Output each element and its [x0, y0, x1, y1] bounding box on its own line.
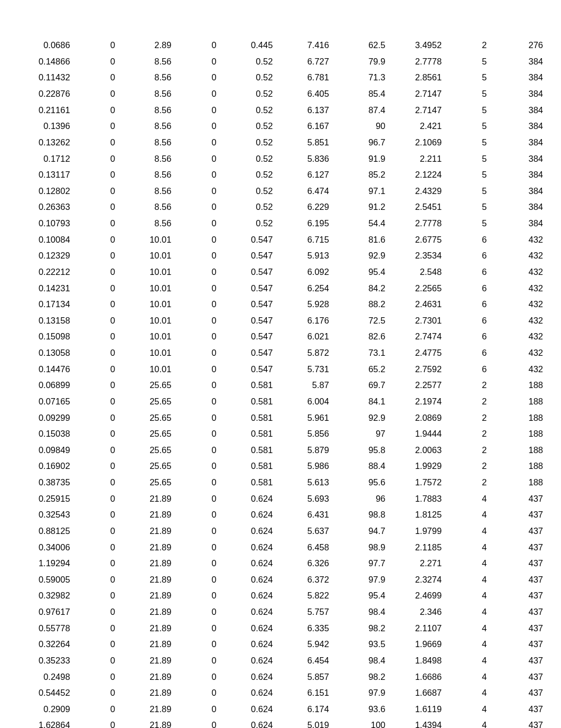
table-cell: 0.624	[219, 523, 275, 539]
table-cell: 2.7778	[388, 215, 444, 232]
table-cell: 21.89	[117, 604, 174, 620]
table-cell: 0.547	[219, 264, 275, 280]
table-cell: 79.9	[331, 53, 388, 70]
table-cell: 0	[72, 86, 117, 102]
table-row: 0.32982021.8900.6245.82295.42.46994437	[16, 587, 545, 604]
table-cell: 437	[489, 491, 545, 507]
table-cell: 0.97617	[16, 604, 72, 620]
table-cell: 2.3274	[388, 572, 444, 588]
table-cell: 6	[444, 232, 489, 248]
table-cell: 0	[173, 377, 218, 393]
table-row: 0.1143208.5600.526.78171.32.85615384	[16, 69, 545, 86]
table-cell: 2	[444, 426, 489, 442]
table-cell: 87.4	[331, 102, 388, 118]
table-row: 0.1079308.5600.526.19554.42.77785384	[16, 215, 545, 232]
table-cell: 0.32982	[16, 587, 72, 604]
table-cell: 0	[72, 183, 117, 199]
table-cell: 0	[173, 701, 218, 717]
table-cell: 98.2	[331, 620, 388, 637]
table-cell: 432	[489, 280, 545, 296]
table-cell: 0.15038	[16, 426, 72, 442]
table-cell: 10.01	[117, 264, 174, 280]
table-row: 0.16902025.6500.5815.98688.41.99292188	[16, 458, 545, 474]
table-cell: 0	[72, 620, 117, 637]
table-cell: 0	[173, 134, 218, 151]
table-cell: 0.581	[219, 442, 275, 458]
table-cell: 95.6	[331, 474, 388, 491]
table-cell: 0.22876	[16, 86, 72, 102]
table-cell: 188	[489, 426, 545, 442]
table-cell: 6.127	[275, 167, 331, 183]
table-cell: 5	[444, 134, 489, 151]
table-cell: 10.01	[117, 232, 174, 248]
table-cell: 6	[444, 312, 489, 329]
table-row: 0.88125021.8900.6245.63794.71.97994437	[16, 523, 545, 539]
table-cell: 0.10793	[16, 215, 72, 232]
table-cell: 96.7	[331, 134, 388, 151]
table-cell: 84.2	[331, 280, 388, 296]
table-cell: 6.137	[275, 102, 331, 118]
table-cell: 2.4631	[388, 296, 444, 312]
table-cell: 4	[444, 604, 489, 620]
table-cell: 0.1396	[16, 118, 72, 134]
document-page: 0.068602.8900.4457.41662.53.495222760.14…	[0, 0, 561, 728]
table-cell: 4	[444, 539, 489, 555]
table-cell: 0	[72, 587, 117, 604]
table-cell: 0	[72, 215, 117, 232]
table-cell: 4	[444, 572, 489, 588]
table-cell: 2.2565	[388, 280, 444, 296]
table-cell: 2.7147	[388, 86, 444, 102]
table-cell: 0.52	[219, 69, 275, 86]
table-cell: 82.6	[331, 328, 388, 345]
table-cell: 2	[444, 393, 489, 410]
table-cell: 5.913	[275, 247, 331, 264]
table-cell: 25.65	[117, 377, 174, 393]
table-cell: 0.59005	[16, 572, 72, 588]
table-cell: 85.4	[331, 86, 388, 102]
table-cell: 4	[444, 587, 489, 604]
table-cell: 2.7147	[388, 102, 444, 118]
table-row: 0.10084010.0100.5476.71581.62.67756432	[16, 232, 545, 248]
table-cell: 4	[444, 555, 489, 572]
table-cell: 84.1	[331, 393, 388, 410]
table-cell: 5	[444, 53, 489, 70]
table-cell: 432	[489, 296, 545, 312]
table-cell: 432	[489, 312, 545, 329]
table-cell: 5.757	[275, 604, 331, 620]
table-cell: 4	[444, 701, 489, 717]
table-cell: 21.89	[117, 523, 174, 539]
table-cell: 0	[72, 555, 117, 572]
table-cell: 384	[489, 134, 545, 151]
table-row: 0.34006021.8900.6246.45898.92.11854437	[16, 539, 545, 555]
table-cell: 0.09299	[16, 409, 72, 426]
table-cell: 10.01	[117, 296, 174, 312]
table-cell: 0.624	[219, 555, 275, 572]
table-cell: 0.11432	[16, 69, 72, 86]
table-cell: 25.65	[117, 458, 174, 474]
table-cell: 21.89	[117, 685, 174, 701]
table-cell: 0	[72, 426, 117, 442]
table-cell: 188	[489, 442, 545, 458]
table-cell: 188	[489, 393, 545, 410]
table-cell: 0.2909	[16, 701, 72, 717]
table-cell: 0.14231	[16, 280, 72, 296]
table-cell: 2.5451	[388, 199, 444, 215]
table-cell: 1.8498	[388, 652, 444, 669]
table-cell: 21.89	[117, 506, 174, 523]
table-cell: 6.151	[275, 685, 331, 701]
table-cell: 6.431	[275, 506, 331, 523]
table-cell: 0.88125	[16, 523, 72, 539]
table-cell: 0.52	[219, 86, 275, 102]
table-cell: 81.6	[331, 232, 388, 248]
table-row: 0.1486608.5600.526.72779.92.77785384	[16, 53, 545, 70]
table-row: 1.62864021.8900.6245.0191001.43944437	[16, 717, 545, 728]
table-cell: 0.13262	[16, 134, 72, 151]
table-cell: 8.56	[117, 150, 174, 167]
table-cell: 97.9	[331, 572, 388, 588]
table-cell: 0.624	[219, 701, 275, 717]
table-cell: 384	[489, 53, 545, 70]
table-cell: 0	[72, 539, 117, 555]
table-cell: 384	[489, 167, 545, 183]
table-cell: 0.547	[219, 247, 275, 264]
table-cell: 1.9929	[388, 458, 444, 474]
